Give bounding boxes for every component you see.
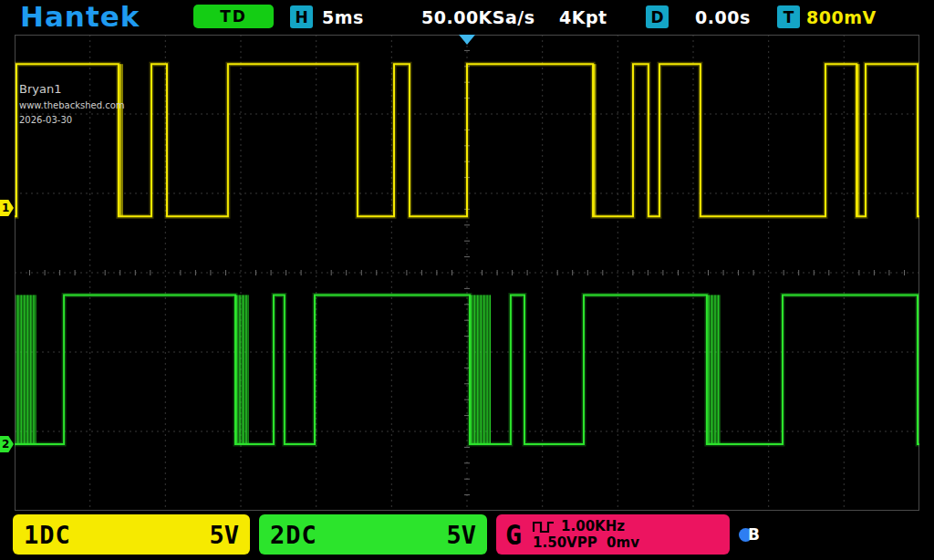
channel1-settings-box[interactable]: 1DC 5V	[13, 514, 250, 555]
timebase-readout: 5ms	[322, 7, 364, 27]
hantek-logo: Hantek	[20, 0, 140, 33]
trigger-badge[interactable]: T	[777, 5, 800, 28]
annotation-line3: 2026-03-30	[19, 113, 125, 128]
generator-frequency: 1.00KHz	[561, 518, 625, 534]
channel1-marker-label: 1	[2, 202, 9, 214]
channel2-scale: 5V	[446, 521, 476, 549]
memory-depth-readout: 4Kpt	[559, 7, 607, 27]
top-bar: Hantek TD H 5ms 50.00KSa/s 4Kpt D 0.00s …	[0, 0, 934, 34]
generator-settings-box[interactable]: G 1.00KHz 1.50VPP 0mv	[496, 514, 730, 555]
waveform-svg	[15, 35, 919, 511]
square-wave-icon	[533, 520, 555, 533]
oscilloscope-screen: Hantek TD H 5ms 50.00KSa/s 4Kpt D 0.00s …	[0, 0, 934, 560]
screen-annotation: Bryan1 www.thebackshed.com 2026-03-30	[19, 80, 125, 127]
horizontal-badge[interactable]: H	[290, 5, 313, 28]
generator-g-label: G	[505, 519, 522, 551]
channel2-position-marker: 2	[0, 436, 14, 452]
b-logo-icon: B	[739, 524, 779, 545]
delay-readout: 0.00s	[695, 7, 751, 27]
delay-badge[interactable]: D	[646, 5, 669, 28]
trigger-status-badge[interactable]: TD	[193, 5, 274, 28]
channel1-scale: 5V	[209, 521, 239, 549]
annotation-line2: www.thebackshed.com	[19, 99, 125, 113]
sample-rate-readout: 50.00KSa/s	[421, 7, 535, 27]
plot-area: Bryan1 www.thebackshed.com 2026-03-30 1 …	[15, 35, 919, 511]
trigger-level-readout: 800mV	[806, 7, 877, 27]
channel2-marker-label: 2	[2, 438, 9, 451]
annotation-line1: Bryan1	[19, 80, 125, 99]
channel2-coupling-label: 2DC	[270, 521, 317, 549]
generator-readouts: 1.00KHz 1.50VPP 0mv	[533, 518, 639, 551]
channel1-coupling-label: 1DC	[24, 521, 71, 549]
channel2-settings-box[interactable]: 2DC 5V	[259, 514, 487, 555]
channel1-position-marker: 1	[0, 200, 14, 216]
generator-amplitude: 1.50VPP 0mv	[533, 534, 639, 551]
